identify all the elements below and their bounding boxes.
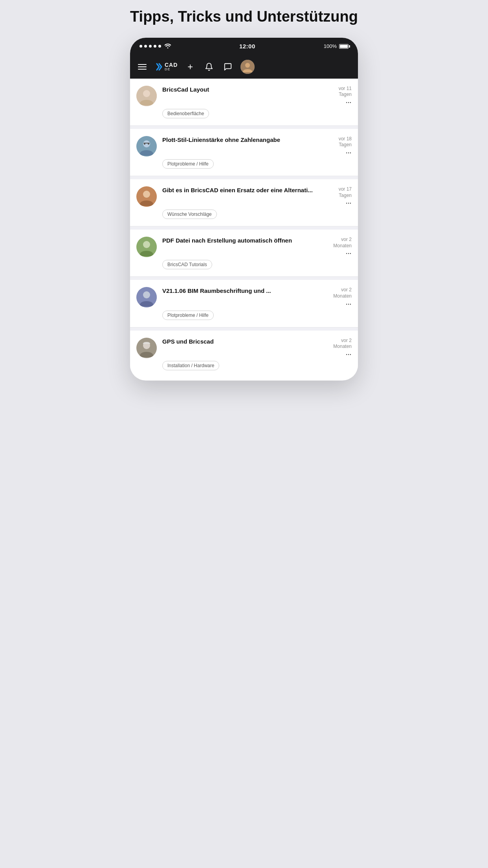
item-header-6: GPS und Bricscad vor 2Monaten ··· — [162, 338, 352, 358]
item-meta-6: vor 2Monaten ··· — [333, 338, 352, 358]
bell-icon — [205, 63, 213, 71]
page-wrapper: Tipps, Tricks und Unterstützung 12:00 10… — [122, 8, 366, 381]
feed-item-5[interactable]: V21.1.06 BIM Raumbeschriftung und ... vo… — [130, 280, 358, 327]
hamburger-line-2 — [138, 66, 147, 67]
item-title-4: PDF Datei nach Erstellung automatisch öf… — [162, 237, 330, 245]
feed-content: BricsCad Layout vor 11Tagen ··· Bedienob… — [130, 79, 358, 377]
item-more-3[interactable]: ··· — [346, 200, 352, 206]
item-title-1: BricsCad Layout — [162, 86, 336, 94]
avatar-person-icon-1 — [136, 86, 157, 106]
svg-point-1 — [245, 63, 250, 68]
item-header-4: PDF Datei nach Erstellung automatisch öf… — [162, 237, 352, 257]
signal-dot-2 — [144, 45, 147, 48]
avatar-person-icon-2 — [136, 136, 157, 156]
item-body-3: Gibt es in BricsCAD einen Ersatz oder ei… — [162, 186, 352, 219]
notifications-button[interactable] — [203, 61, 215, 73]
svg-point-7 — [144, 143, 145, 145]
item-time-4: vor 2Monaten — [333, 237, 352, 249]
feed-item-4[interactable]: PDF Datei nach Erstellung automatisch öf… — [130, 230, 358, 277]
chat-icon — [224, 63, 232, 71]
phone-frame: 12:00 100% CAD — [130, 38, 358, 381]
feed-item-3[interactable]: Gibt es in BricsCAD einen Ersatz oder ei… — [130, 179, 358, 226]
feed-item-2[interactable]: Plott-Stil-Linienstärke ohne Zahlenangab… — [130, 129, 358, 176]
item-header-5: V21.1.06 BIM Raumbeschriftung und ... vo… — [162, 287, 352, 307]
logo-arrows-icon — [153, 61, 164, 72]
logo-de-text: DE — [165, 68, 178, 71]
item-more-2[interactable]: ··· — [346, 150, 352, 156]
hamburger-menu-button[interactable] — [138, 64, 147, 70]
item-title-3: Gibt es in BricsCAD einen Ersatz oder ei… — [162, 186, 336, 194]
svg-point-10 — [143, 191, 150, 198]
avatar-person-icon-6 — [136, 338, 157, 358]
item-title-6: GPS und Bricscad — [162, 338, 330, 346]
nav-bar: CAD DE + — [130, 55, 358, 79]
avatar-5 — [136, 287, 157, 307]
item-more-6[interactable]: ··· — [346, 351, 352, 358]
status-bar: 12:00 100% — [130, 38, 358, 55]
messages-button[interactable] — [222, 61, 234, 73]
battery-icon — [339, 44, 349, 49]
item-body-1: BricsCad Layout vor 11Tagen ··· Bedienob… — [162, 86, 352, 118]
item-more-4[interactable]: ··· — [346, 250, 352, 257]
wifi-icon — [165, 43, 171, 50]
avatar-4 — [136, 237, 157, 257]
item-header-1: BricsCad Layout vor 11Tagen ··· — [162, 86, 352, 106]
item-time-1: vor 11Tagen — [339, 86, 352, 98]
item-body-6: GPS und Bricscad vor 2Monaten ··· Instal… — [162, 338, 352, 370]
item-body-2: Plott-Stil-Linienstärke ohne Zahlenangab… — [162, 136, 352, 169]
page-title: Tipps, Tricks und Unterstützung — [122, 8, 366, 26]
avatar-person-icon-4 — [136, 237, 157, 257]
hamburger-line-1 — [138, 64, 147, 65]
battery-fill — [340, 45, 348, 48]
signal-dot-4 — [154, 45, 156, 48]
item-tag-2[interactable]: Plotprobleme / Hilfe — [162, 159, 214, 169]
logo-text: CAD DE — [165, 62, 178, 71]
item-meta-2: vor 18Tagen ··· — [339, 136, 352, 156]
feed-item-6[interactable]: GPS und Bricscad vor 2Monaten ··· Instal… — [130, 331, 358, 377]
avatar-1 — [136, 86, 157, 106]
item-meta-5: vor 2Monaten ··· — [333, 287, 352, 307]
item-tag-3[interactable]: Wünsche Vorschläge — [162, 210, 217, 219]
signal-area — [139, 43, 171, 50]
user-avatar-button[interactable] — [240, 60, 255, 74]
item-tag-5[interactable]: Plotprobleme / Hilfe — [162, 311, 214, 320]
svg-point-14 — [143, 291, 150, 298]
item-more-5[interactable]: ··· — [346, 301, 352, 307]
svg-point-8 — [148, 143, 149, 145]
logo-cad-text: CAD — [165, 62, 178, 68]
feed-item-1[interactable]: BricsCad Layout vor 11Tagen ··· Bedienob… — [130, 79, 358, 126]
battery-area: 100% — [324, 43, 349, 49]
item-time-5: vor 2Monaten — [333, 287, 352, 299]
avatar-person-icon-5 — [136, 287, 157, 307]
app-logo: CAD DE — [153, 61, 178, 72]
item-meta-3: vor 17Tagen ··· — [339, 186, 352, 206]
item-title-2: Plott-Stil-Linienstärke ohne Zahlenangab… — [162, 136, 336, 144]
item-title-5: V21.1.06 BIM Raumbeschriftung und ... — [162, 287, 330, 295]
svg-point-3 — [143, 90, 150, 97]
item-header-2: Plott-Stil-Linienstärke ohne Zahlenangab… — [162, 136, 352, 156]
item-tag-1[interactable]: Bedienoberfläche — [162, 109, 209, 118]
signal-dot-5 — [158, 45, 161, 48]
signal-dot-1 — [139, 45, 142, 48]
item-time-6: vor 2Monaten — [333, 338, 352, 350]
avatar-person-icon-3 — [136, 186, 157, 207]
item-tag-6[interactable]: Installation / Hardware — [162, 361, 219, 370]
item-header-3: Gibt es in BricsCAD einen Ersatz oder ei… — [162, 186, 352, 206]
item-meta-4: vor 2Monaten ··· — [333, 237, 352, 257]
svg-point-12 — [143, 241, 150, 248]
user-avatar-icon — [240, 60, 255, 74]
signal-dot-3 — [149, 45, 152, 48]
item-meta-1: vor 11Tagen ··· — [339, 86, 352, 106]
item-body-4: PDF Datei nach Erstellung automatisch öf… — [162, 237, 352, 269]
avatar-6 — [136, 338, 157, 358]
item-time-2: vor 18Tagen — [339, 136, 352, 148]
status-time: 12:00 — [239, 43, 255, 50]
hamburger-line-3 — [138, 69, 147, 70]
item-body-5: V21.1.06 BIM Raumbeschriftung und ... vo… — [162, 287, 352, 320]
avatar-3 — [136, 186, 157, 207]
item-tag-4[interactable]: BricsCAD Tutorials — [162, 260, 212, 269]
battery-percentage: 100% — [324, 43, 337, 49]
item-more-1[interactable]: ··· — [346, 99, 352, 106]
item-time-3: vor 17Tagen — [339, 186, 352, 199]
add-button[interactable]: + — [184, 61, 196, 73]
